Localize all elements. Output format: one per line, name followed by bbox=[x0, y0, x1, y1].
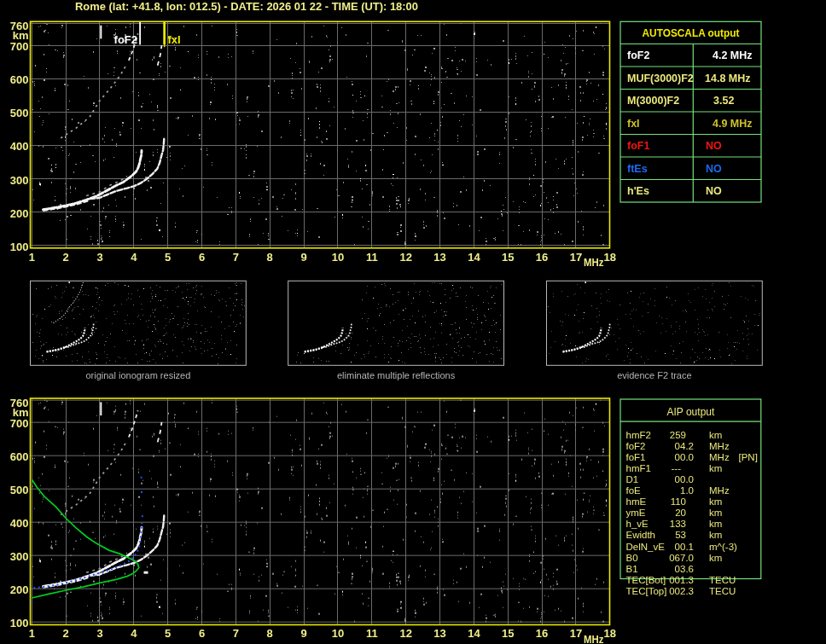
svg-text:M(3000)F2: M(3000)F2 bbox=[627, 95, 679, 107]
svg-text:3.52: 3.52 bbox=[713, 95, 734, 107]
svg-text:km: km bbox=[709, 430, 722, 440]
svg-text:NO: NO bbox=[706, 163, 722, 175]
svg-text:foF2: foF2 bbox=[627, 49, 649, 61]
svg-text:MHz: MHz bbox=[709, 441, 730, 451]
svg-text:ymE: ymE bbox=[626, 508, 646, 518]
svg-text:MHz: MHz bbox=[709, 485, 730, 496]
svg-text:04.2: 04.2 bbox=[675, 441, 694, 451]
svg-text:NO: NO bbox=[706, 140, 722, 152]
svg-text:B1: B1 bbox=[626, 564, 638, 574]
svg-text:h_vE: h_vE bbox=[626, 519, 649, 529]
svg-text:km: km bbox=[709, 496, 722, 507]
svg-text:DelN_vE: DelN_vE bbox=[626, 542, 666, 552]
svg-text:1.0: 1.0 bbox=[680, 485, 694, 496]
svg-text:foE: foE bbox=[626, 485, 642, 496]
svg-text:20: 20 bbox=[675, 508, 686, 518]
svg-text:hmE: hmE bbox=[626, 496, 647, 507]
svg-text:h'Es: h'Es bbox=[627, 185, 649, 197]
svg-text:fxI: fxI bbox=[627, 118, 640, 130]
svg-text:foF2: foF2 bbox=[114, 33, 137, 46]
svg-text:hmF2: hmF2 bbox=[626, 430, 651, 440]
svg-text:001.3: 001.3 bbox=[669, 575, 694, 585]
svg-text:53: 53 bbox=[675, 530, 686, 540]
svg-text:ftEs: ftEs bbox=[627, 163, 648, 175]
svg-text:00.0: 00.0 bbox=[675, 474, 694, 484]
svg-text:eliminate multiple reflections: eliminate multiple reflections bbox=[337, 370, 456, 380]
svg-text:foF1: foF1 bbox=[627, 140, 649, 152]
svg-text:fxI: fxI bbox=[168, 33, 181, 46]
svg-text:TECU: TECU bbox=[709, 575, 736, 585]
svg-text:14.8 MHz: 14.8 MHz bbox=[705, 73, 751, 84]
svg-text:NO: NO bbox=[706, 185, 722, 197]
svg-text:AIP output: AIP output bbox=[666, 406, 714, 418]
svg-text:original ionogram resized: original ionogram resized bbox=[85, 370, 190, 380]
svg-text:m^(-3): m^(-3) bbox=[709, 542, 737, 552]
svg-text:km: km bbox=[709, 463, 722, 473]
svg-text:foF2: foF2 bbox=[626, 441, 646, 451]
svg-text:133: 133 bbox=[670, 519, 686, 529]
svg-text:MHz: MHz bbox=[709, 452, 730, 462]
svg-text:MUF(3000)F2: MUF(3000)F2 bbox=[627, 73, 694, 84]
svg-text:B0: B0 bbox=[626, 553, 638, 563]
svg-text:4.2 MHz: 4.2 MHz bbox=[713, 49, 753, 61]
svg-text:D1: D1 bbox=[626, 474, 639, 484]
svg-text:TEC[Top]: TEC[Top] bbox=[626, 586, 667, 596]
svg-text:km: km bbox=[709, 508, 722, 518]
svg-text:hmF1: hmF1 bbox=[626, 463, 651, 473]
svg-text:00.0: 00.0 bbox=[675, 452, 694, 462]
svg-text:110: 110 bbox=[671, 496, 686, 507]
svg-text:km: km bbox=[709, 553, 722, 563]
svg-text:067.0: 067.0 bbox=[669, 553, 694, 563]
svg-text:AUTOSCALA output: AUTOSCALA output bbox=[643, 27, 741, 39]
svg-text:Rome (lat: +41.8, lon: 012.5): Rome (lat: +41.8, lon: 012.5) - DATE: 20… bbox=[75, 0, 418, 13]
svg-text:[PN]: [PN] bbox=[739, 452, 758, 462]
svg-text:---: --- bbox=[672, 463, 682, 473]
svg-text:Ewidth: Ewidth bbox=[626, 530, 656, 540]
svg-text:259: 259 bbox=[670, 430, 686, 440]
svg-text:km: km bbox=[709, 519, 722, 529]
svg-text:TEC[Bot]: TEC[Bot] bbox=[626, 575, 666, 585]
svg-text:002.3: 002.3 bbox=[669, 586, 694, 596]
svg-text:TECU: TECU bbox=[709, 586, 736, 596]
svg-text:00.1: 00.1 bbox=[675, 542, 694, 552]
svg-text:03.6: 03.6 bbox=[675, 564, 694, 574]
svg-text:km: km bbox=[709, 530, 722, 540]
svg-text:foF1: foF1 bbox=[626, 452, 646, 462]
svg-text:4.9 MHz: 4.9 MHz bbox=[713, 118, 753, 130]
svg-text:evidence F2 trace: evidence F2 trace bbox=[617, 370, 691, 380]
